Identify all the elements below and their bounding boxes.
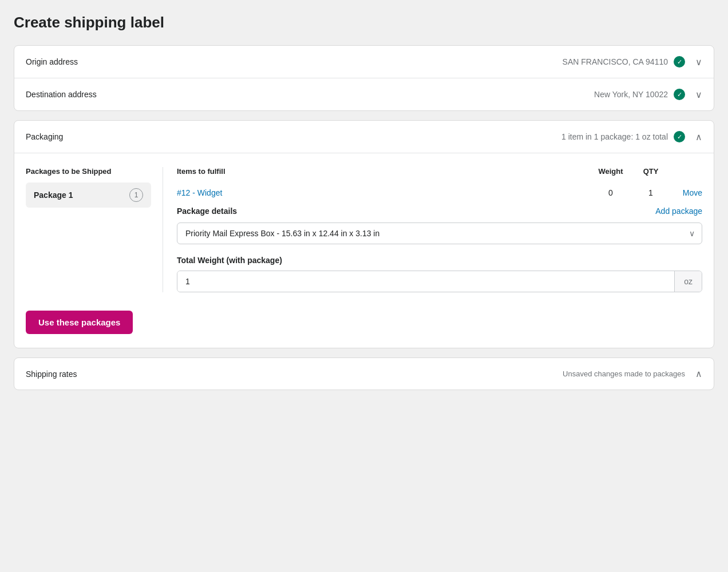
rates-chevron-up-icon: ∧ (695, 368, 702, 379)
package-1-name: Package 1 (34, 190, 73, 200)
package-1-item[interactable]: Package 1 1 (26, 182, 151, 208)
shipping-rates-card: Shipping rates Unsaved changes made to p… (14, 357, 714, 390)
package-details-label: Package details (177, 206, 237, 216)
package-details-header: Package details Add package (177, 206, 702, 216)
use-packages-button[interactable]: Use these packages (26, 311, 133, 334)
package-1-badge: 1 (129, 188, 143, 202)
item-qty: 1 (634, 188, 668, 197)
package-select-wrapper[interactable]: Priority Mail Express Box - 15.63 in x 1… (177, 223, 702, 244)
packaging-card: Packaging 1 item in 1 package: 1 oz tota… (14, 120, 714, 348)
item-row: #12 - Widget 0 1 Move (177, 188, 702, 197)
origin-address-row[interactable]: Origin address SAN FRANCISCO, CA 94110 ✓… (14, 46, 714, 78)
move-link[interactable]: Move (683, 188, 702, 197)
packaging-label: Packaging (26, 132, 63, 141)
destination-label: Destination address (26, 90, 97, 99)
package-select-chevron-icon: ∨ (689, 229, 695, 238)
packaging-header-right: 1 item in 1 package: 1 oz total ✓ ∧ (561, 131, 702, 142)
packaging-chevron-up-icon: ∧ (695, 132, 702, 142)
origin-label: Origin address (26, 57, 78, 66)
rates-right: Unsaved changes made to packages ∧ (563, 368, 702, 379)
packaging-check-icon: ✓ (674, 131, 685, 142)
packages-col-header: Packages to be Shipped (26, 167, 151, 176)
weight-col-header: Weight (588, 167, 634, 176)
address-card: Origin address SAN FRANCISCO, CA 94110 ✓… (14, 45, 714, 111)
destination-chevron-down-icon: ∨ (695, 89, 702, 100)
packages-grid: Packages to be Shipped Package 1 1 Items… (26, 167, 702, 292)
packages-right: Items to fulfill Weight QTY #12 - Widget… (163, 167, 702, 292)
packaging-body: Packages to be Shipped Package 1 1 Items… (14, 153, 714, 348)
packaging-summary: 1 item in 1 package: 1 oz total (561, 132, 668, 141)
weight-unit: oz (674, 271, 702, 292)
origin-chevron-down-icon: ∨ (695, 57, 702, 67)
weight-label: Total Weight (with package) (177, 256, 702, 265)
destination-right: New York, NY 10022 ✓ ∨ (594, 89, 702, 100)
item-move[interactable]: Move (668, 188, 702, 197)
weight-input[interactable] (177, 271, 674, 292)
rates-status: Unsaved changes made to packages (563, 370, 685, 378)
item-link[interactable]: #12 - Widget (177, 188, 588, 197)
destination-address-row[interactable]: Destination address New York, NY 10022 ✓… (14, 78, 714, 110)
origin-right: SAN FRANCISCO, CA 94110 ✓ ∨ (563, 56, 702, 67)
items-col-header: Items to fulfill (177, 167, 588, 176)
origin-check-icon: ✓ (674, 56, 685, 67)
packages-left: Packages to be Shipped Package 1 1 (26, 167, 163, 292)
origin-value: SAN FRANCISCO, CA 94110 (563, 57, 668, 66)
page-title: Create shipping label (14, 14, 714, 31)
shipping-rates-label: Shipping rates (26, 370, 77, 379)
weight-input-wrapper: oz (177, 271, 702, 292)
item-weight: 0 (588, 188, 634, 197)
destination-check-icon: ✓ (674, 89, 685, 100)
qty-col-header: QTY (634, 167, 668, 176)
packaging-header[interactable]: Packaging 1 item in 1 package: 1 oz tota… (14, 121, 714, 153)
destination-value: New York, NY 10022 (594, 90, 668, 99)
package-select-display: Priority Mail Express Box - 15.63 in x 1… (177, 223, 702, 244)
use-packages-section: Use these packages (26, 306, 702, 334)
shipping-rates-header[interactable]: Shipping rates Unsaved changes made to p… (14, 358, 714, 390)
items-header: Items to fulfill Weight QTY (177, 167, 702, 182)
add-package-link[interactable]: Add package (655, 206, 702, 216)
